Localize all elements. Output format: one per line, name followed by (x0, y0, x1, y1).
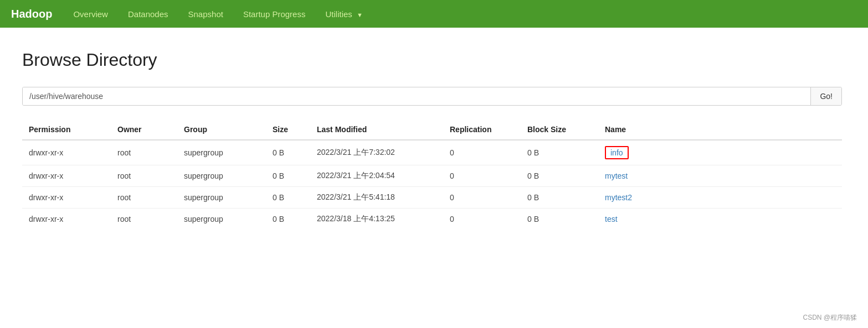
dir-link-mytest2[interactable]: mytest2 (605, 193, 632, 202)
cell-permission: drwxr-xr-x (22, 165, 111, 187)
cell-modified: 2022/3/18 上午4:13:25 (310, 209, 443, 230)
nav-item-snapshot: Snapshot (178, 1, 233, 27)
cell-name: mytest (598, 165, 842, 187)
directory-table: Permission Owner Group Size Last Modifie… (22, 119, 842, 230)
nav-link-utilities-label: Utilities (325, 9, 352, 19)
th-group: Group (177, 119, 266, 140)
cell-modified: 2022/3/21 上午7:32:02 (310, 140, 443, 165)
go-button[interactable]: Go! (810, 87, 841, 105)
cell-size: 0 B (266, 165, 310, 187)
cell-modified: 2022/3/21 上午2:04:54 (310, 165, 443, 187)
path-input[interactable] (23, 87, 810, 105)
table-body: drwxr-xr-xrootsupergroup0 B2022/3/21 上午7… (22, 140, 842, 230)
navbar-brand[interactable]: Hadoop (11, 8, 52, 20)
navbar: Hadoop Overview Datanodes Snapshot Start… (0, 0, 868, 28)
chevron-down-icon: ▼ (357, 12, 363, 18)
table-row: drwxr-xr-xrootsupergroup0 B2022/3/18 上午4… (22, 209, 842, 230)
table-row: drwxr-xr-xrootsupergroup0 B2022/3/21 上午5… (22, 187, 842, 209)
search-bar: Go! (22, 87, 842, 106)
th-block-size: Block Size (521, 119, 598, 140)
dir-link-mytest[interactable]: mytest (605, 171, 628, 180)
cell-blocksize: 0 B (521, 165, 598, 187)
nav-link-overview[interactable]: Overview (63, 1, 118, 27)
nav-link-startup-progress[interactable]: Startup Progress (233, 1, 316, 27)
cell-size: 0 B (266, 209, 310, 230)
cell-owner: root (111, 187, 177, 209)
cell-group: supergroup (177, 140, 266, 165)
cell-replication: 0 (443, 140, 521, 165)
cell-blocksize: 0 B (521, 140, 598, 165)
cell-replication: 0 (443, 165, 521, 187)
table-header: Permission Owner Group Size Last Modifie… (22, 119, 842, 140)
th-last-modified: Last Modified (310, 119, 443, 140)
nav-item-utilities: Utilities ▼ (315, 1, 372, 27)
cell-blocksize: 0 B (521, 187, 598, 209)
th-permission: Permission (22, 119, 111, 140)
cell-size: 0 B (266, 187, 310, 209)
cell-group: supergroup (177, 209, 266, 230)
th-owner: Owner (111, 119, 177, 140)
table-header-row: Permission Owner Group Size Last Modifie… (22, 119, 842, 140)
table-row: drwxr-xr-xrootsupergroup0 B2022/3/21 上午7… (22, 140, 842, 165)
cell-size: 0 B (266, 140, 310, 165)
nav-link-datanodes[interactable]: Datanodes (118, 1, 178, 27)
nav-link-snapshot[interactable]: Snapshot (178, 1, 233, 27)
nav-item-datanodes: Datanodes (118, 1, 178, 27)
cell-modified: 2022/3/21 上午5:41:18 (310, 187, 443, 209)
navbar-links: Overview Datanodes Snapshot Startup Prog… (63, 1, 372, 27)
cell-owner: root (111, 140, 177, 165)
cell-name: test (598, 209, 842, 230)
cell-replication: 0 (443, 209, 521, 230)
nav-item-startup-progress: Startup Progress (233, 1, 316, 27)
dir-link-test[interactable]: test (605, 215, 618, 223)
cell-blocksize: 0 B (521, 209, 598, 230)
cell-owner: root (111, 165, 177, 187)
cell-name: mytest2 (598, 187, 842, 209)
cell-owner: root (111, 209, 177, 230)
cell-permission: drwxr-xr-x (22, 209, 111, 230)
cell-replication: 0 (443, 187, 521, 209)
cell-group: supergroup (177, 187, 266, 209)
th-replication: Replication (443, 119, 521, 140)
cell-name: info (598, 140, 842, 165)
table-row: drwxr-xr-xrootsupergroup0 B2022/3/21 上午2… (22, 165, 842, 187)
th-size: Size (266, 119, 310, 140)
cell-permission: drwxr-xr-x (22, 187, 111, 209)
cell-group: supergroup (177, 165, 266, 187)
main-content: Browse Directory Go! Permission Owner Gr… (0, 28, 868, 252)
cell-permission: drwxr-xr-x (22, 140, 111, 165)
nav-link-utilities[interactable]: Utilities ▼ (315, 1, 372, 27)
nav-item-overview: Overview (63, 1, 118, 27)
th-name: Name (598, 119, 842, 140)
dir-link-info[interactable]: info (605, 146, 629, 159)
page-title: Browse Directory (22, 50, 846, 70)
